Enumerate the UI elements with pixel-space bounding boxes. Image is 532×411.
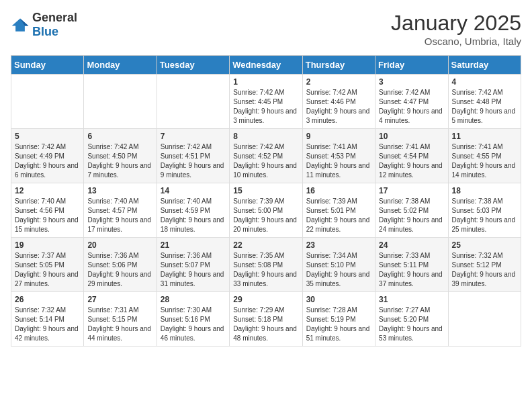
day-number: 17	[379, 186, 444, 195]
calendar-day-cell: 4Sunrise: 7:42 AMSunset: 4:48 PMDaylight…	[448, 75, 521, 129]
calendar-day-cell	[84, 75, 157, 129]
day-info: Sunrise: 7:40 AMSunset: 4:57 PMDaylight:…	[87, 197, 152, 234]
calendar-day-cell: 7Sunrise: 7:42 AMSunset: 4:51 PMDaylight…	[157, 129, 229, 183]
calendar-day-cell: 21Sunrise: 7:36 AMSunset: 5:07 PMDayligh…	[157, 238, 229, 292]
day-number: 7	[161, 132, 226, 141]
day-number: 28	[161, 295, 226, 304]
calendar-day-cell: 9Sunrise: 7:41 AMSunset: 4:53 PMDaylight…	[302, 129, 375, 183]
day-number: 6	[87, 132, 152, 141]
calendar-day-cell: 25Sunrise: 7:32 AMSunset: 5:12 PMDayligh…	[448, 238, 521, 292]
day-number: 21	[161, 240, 226, 250]
day-number: 4	[452, 77, 517, 87]
day-info: Sunrise: 7:42 AMSunset: 4:46 PMDaylight:…	[306, 88, 371, 126]
day-info: Sunrise: 7:42 AMSunset: 4:48 PMDaylight:…	[452, 88, 517, 126]
day-header-friday: Friday	[375, 56, 448, 75]
calendar-day-cell: 22Sunrise: 7:35 AMSunset: 5:08 PMDayligh…	[230, 238, 302, 292]
day-number: 5	[15, 132, 80, 141]
day-header-saturday: Saturday	[448, 56, 521, 75]
day-header-wednesday: Wednesday	[230, 56, 302, 75]
calendar-week-row: 5Sunrise: 7:42 AMSunset: 4:49 PMDaylight…	[11, 129, 521, 183]
day-number: 30	[306, 295, 371, 304]
day-info: Sunrise: 7:30 AMSunset: 5:16 PMDaylight:…	[161, 306, 226, 343]
day-number: 23	[306, 240, 371, 250]
day-number: 18	[452, 186, 517, 195]
month-title: January 2025	[391, 11, 521, 36]
day-number: 1	[233, 77, 298, 87]
day-header-monday: Monday	[84, 56, 157, 75]
day-number: 9	[306, 132, 371, 141]
calendar-day-cell	[448, 292, 521, 347]
logo-icon	[11, 17, 30, 32]
logo-blue: Blue	[32, 25, 58, 38]
calendar-day-cell: 23Sunrise: 7:34 AMSunset: 5:10 PMDayligh…	[302, 238, 375, 292]
day-info: Sunrise: 7:38 AMSunset: 5:02 PMDaylight:…	[379, 197, 444, 234]
calendar-table: SundayMondayTuesdayWednesdayThursdayFrid…	[11, 55, 521, 347]
calendar-day-cell: 8Sunrise: 7:42 AMSunset: 4:52 PMDaylight…	[230, 129, 302, 183]
day-number: 24	[379, 240, 444, 250]
calendar-day-cell: 30Sunrise: 7:28 AMSunset: 5:19 PMDayligh…	[302, 292, 375, 347]
day-info: Sunrise: 7:39 AMSunset: 5:01 PMDaylight:…	[306, 197, 371, 234]
day-info: Sunrise: 7:36 AMSunset: 5:07 PMDaylight:…	[161, 251, 226, 289]
day-number: 31	[379, 295, 444, 304]
calendar-day-cell: 6Sunrise: 7:42 AMSunset: 4:50 PMDaylight…	[84, 129, 157, 183]
day-number: 22	[233, 240, 298, 250]
day-number: 27	[87, 295, 152, 304]
calendar-day-cell: 24Sunrise: 7:33 AMSunset: 5:11 PMDayligh…	[375, 238, 448, 292]
calendar-day-cell: 17Sunrise: 7:38 AMSunset: 5:02 PMDayligh…	[375, 183, 448, 238]
page-header: General Blue January 2025 Oscano, Umbria…	[11, 11, 521, 47]
calendar-week-row: 12Sunrise: 7:40 AMSunset: 4:56 PMDayligh…	[11, 183, 521, 238]
day-info: Sunrise: 7:42 AMSunset: 4:47 PMDaylight:…	[379, 88, 444, 126]
day-header-sunday: Sunday	[11, 56, 84, 75]
calendar-day-cell: 18Sunrise: 7:38 AMSunset: 5:03 PMDayligh…	[448, 183, 521, 238]
calendar-day-cell: 29Sunrise: 7:29 AMSunset: 5:18 PMDayligh…	[230, 292, 302, 347]
day-info: Sunrise: 7:40 AMSunset: 4:56 PMDaylight:…	[15, 197, 80, 234]
calendar-day-cell: 19Sunrise: 7:37 AMSunset: 5:05 PMDayligh…	[11, 238, 84, 292]
calendar-day-cell: 3Sunrise: 7:42 AMSunset: 4:47 PMDaylight…	[375, 75, 448, 129]
calendar-day-cell	[157, 75, 229, 129]
day-number: 11	[452, 132, 517, 141]
logo-text: General Blue	[32, 11, 77, 39]
day-info: Sunrise: 7:41 AMSunset: 4:55 PMDaylight:…	[452, 142, 517, 180]
day-info: Sunrise: 7:27 AMSunset: 5:20 PMDaylight:…	[379, 306, 444, 343]
calendar-week-row: 1Sunrise: 7:42 AMSunset: 4:45 PMDaylight…	[11, 75, 521, 129]
calendar-week-row: 19Sunrise: 7:37 AMSunset: 5:05 PMDayligh…	[11, 238, 521, 292]
location-title: Oscano, Umbria, Italy	[391, 36, 521, 47]
calendar-day-cell: 12Sunrise: 7:40 AMSunset: 4:56 PMDayligh…	[11, 183, 84, 238]
calendar-week-row: 26Sunrise: 7:32 AMSunset: 5:14 PMDayligh…	[11, 292, 521, 347]
calendar-day-cell: 2Sunrise: 7:42 AMSunset: 4:46 PMDaylight…	[302, 75, 375, 129]
day-info: Sunrise: 7:42 AMSunset: 4:52 PMDaylight:…	[233, 142, 298, 180]
day-number: 12	[15, 186, 80, 195]
calendar-day-cell: 10Sunrise: 7:41 AMSunset: 4:54 PMDayligh…	[375, 129, 448, 183]
calendar-day-cell: 13Sunrise: 7:40 AMSunset: 4:57 PMDayligh…	[84, 183, 157, 238]
day-info: Sunrise: 7:39 AMSunset: 5:00 PMDaylight:…	[233, 197, 298, 234]
calendar-day-cell: 15Sunrise: 7:39 AMSunset: 5:00 PMDayligh…	[230, 183, 302, 238]
calendar-day-cell: 5Sunrise: 7:42 AMSunset: 4:49 PMDaylight…	[11, 129, 84, 183]
calendar-day-cell: 28Sunrise: 7:30 AMSunset: 5:16 PMDayligh…	[157, 292, 229, 347]
day-info: Sunrise: 7:38 AMSunset: 5:03 PMDaylight:…	[452, 197, 517, 234]
day-info: Sunrise: 7:40 AMSunset: 4:59 PMDaylight:…	[161, 197, 226, 234]
day-number: 15	[233, 186, 298, 195]
day-number: 3	[379, 77, 444, 87]
logo-general: General	[32, 11, 77, 24]
day-info: Sunrise: 7:32 AMSunset: 5:14 PMDaylight:…	[15, 306, 80, 343]
title-block: January 2025 Oscano, Umbria, Italy	[391, 11, 521, 47]
calendar-day-cell: 20Sunrise: 7:36 AMSunset: 5:06 PMDayligh…	[84, 238, 157, 292]
calendar-day-cell: 26Sunrise: 7:32 AMSunset: 5:14 PMDayligh…	[11, 292, 84, 347]
day-info: Sunrise: 7:42 AMSunset: 4:49 PMDaylight:…	[15, 142, 80, 180]
day-info: Sunrise: 7:32 AMSunset: 5:12 PMDaylight:…	[452, 251, 517, 289]
day-number: 25	[452, 240, 517, 250]
logo: General Blue	[11, 11, 77, 39]
day-info: Sunrise: 7:42 AMSunset: 4:51 PMDaylight:…	[161, 142, 226, 180]
day-info: Sunrise: 7:42 AMSunset: 4:50 PMDaylight:…	[87, 142, 152, 180]
day-number: 29	[233, 295, 298, 304]
day-number: 19	[15, 240, 80, 250]
day-number: 8	[233, 132, 298, 141]
calendar-header-row: SundayMondayTuesdayWednesdayThursdayFrid…	[11, 56, 521, 75]
day-header-tuesday: Tuesday	[157, 56, 229, 75]
calendar-day-cell: 31Sunrise: 7:27 AMSunset: 5:20 PMDayligh…	[375, 292, 448, 347]
day-info: Sunrise: 7:37 AMSunset: 5:05 PMDaylight:…	[15, 251, 80, 289]
day-info: Sunrise: 7:28 AMSunset: 5:19 PMDaylight:…	[306, 306, 371, 343]
day-info: Sunrise: 7:42 AMSunset: 4:45 PMDaylight:…	[233, 88, 298, 126]
day-number: 20	[87, 240, 152, 250]
day-info: Sunrise: 7:29 AMSunset: 5:18 PMDaylight:…	[233, 306, 298, 343]
